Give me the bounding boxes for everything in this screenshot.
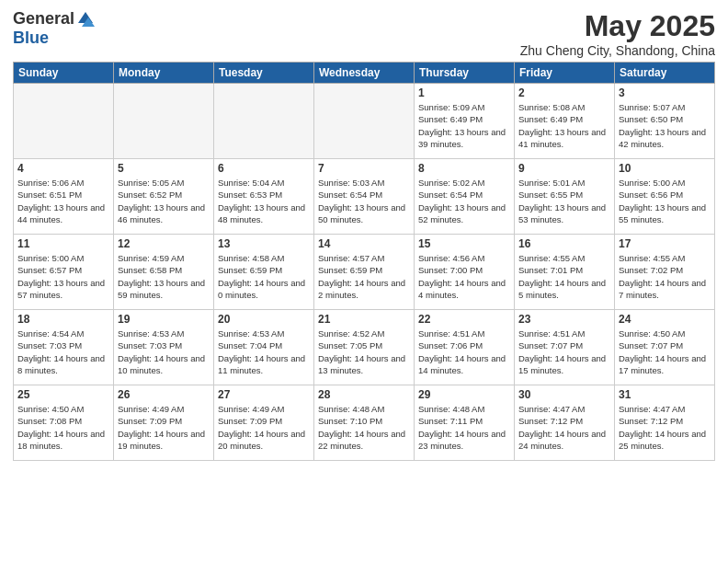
calendar-cell: 5Sunrise: 5:05 AMSunset: 6:52 PMDaylight… [114, 159, 214, 235]
calendar-cell: 9Sunrise: 5:01 AMSunset: 6:55 PMDaylight… [515, 159, 615, 235]
day-info: Sunrise: 5:02 AMSunset: 6:54 PMDaylight:… [418, 177, 510, 225]
day-number: 12 [118, 237, 210, 250]
calendar-cell: 10Sunrise: 5:00 AMSunset: 6:56 PMDayligh… [615, 159, 715, 235]
logo-general-text: General [13, 9, 74, 29]
day-info: Sunrise: 4:51 AMSunset: 7:06 PMDaylight:… [418, 327, 510, 376]
day-info: Sunrise: 5:04 AMSunset: 6:53 PMDaylight:… [218, 177, 310, 225]
calendar-cell: 12Sunrise: 4:59 AMSunset: 6:58 PMDayligh… [114, 235, 214, 310]
calendar-week-row: 4Sunrise: 5:06 AMSunset: 6:51 PMDaylight… [14, 159, 715, 235]
calendar-cell: 30Sunrise: 4:47 AMSunset: 7:12 PMDayligh… [515, 385, 615, 461]
page-header: General Blue May 2025 Zhu Cheng City, Sh… [13, 9, 715, 58]
day-number: 6 [218, 162, 310, 175]
day-info: Sunrise: 4:49 AMSunset: 7:09 PMDaylight:… [218, 403, 310, 452]
calendar-cell: 18Sunrise: 4:54 AMSunset: 7:03 PMDayligh… [14, 310, 114, 385]
calendar-week-row: 11Sunrise: 5:00 AMSunset: 6:57 PMDayligh… [14, 235, 715, 310]
day-number: 1 [418, 86, 510, 99]
day-info: Sunrise: 4:47 AMSunset: 7:12 PMDaylight:… [518, 403, 610, 452]
logo-icon [76, 10, 95, 29]
calendar-cell: 11Sunrise: 5:00 AMSunset: 6:57 PMDayligh… [14, 235, 114, 310]
day-number: 25 [17, 388, 109, 401]
calendar-cell: 21Sunrise: 4:52 AMSunset: 7:05 PMDayligh… [314, 310, 415, 385]
calendar-cell: 29Sunrise: 4:48 AMSunset: 7:11 PMDayligh… [415, 385, 515, 461]
header-monday: Monday [114, 63, 214, 84]
calendar-cell: 1Sunrise: 5:09 AMSunset: 6:49 PMDaylight… [415, 84, 515, 159]
calendar-cell: 19Sunrise: 4:53 AMSunset: 7:03 PMDayligh… [114, 310, 214, 385]
calendar-cell: 22Sunrise: 4:51 AMSunset: 7:06 PMDayligh… [415, 310, 515, 385]
day-number: 9 [518, 162, 610, 175]
calendar-cell: 4Sunrise: 5:06 AMSunset: 6:51 PMDaylight… [14, 159, 114, 235]
day-info: Sunrise: 5:08 AMSunset: 6:49 PMDaylight:… [518, 101, 610, 150]
day-number: 29 [418, 388, 510, 401]
day-info: Sunrise: 4:53 AMSunset: 7:03 PMDaylight:… [118, 327, 210, 376]
calendar-week-row: 18Sunrise: 4:54 AMSunset: 7:03 PMDayligh… [14, 310, 715, 385]
calendar-week-row: 1Sunrise: 5:09 AMSunset: 6:49 PMDaylight… [14, 84, 715, 159]
calendar-cell: 31Sunrise: 4:47 AMSunset: 7:12 PMDayligh… [615, 385, 715, 461]
day-number: 10 [619, 162, 711, 175]
month-title: May 2025 [520, 9, 715, 43]
day-info: Sunrise: 5:09 AMSunset: 6:49 PMDaylight:… [418, 101, 510, 150]
calendar-cell [14, 84, 114, 159]
calendar-week-row: 25Sunrise: 4:50 AMSunset: 7:08 PMDayligh… [14, 385, 715, 461]
calendar-cell: 23Sunrise: 4:51 AMSunset: 7:07 PMDayligh… [515, 310, 615, 385]
page-container: General Blue May 2025 Zhu Cheng City, Sh… [0, 0, 728, 563]
day-info: Sunrise: 4:48 AMSunset: 7:11 PMDaylight:… [418, 403, 510, 452]
day-info: Sunrise: 4:55 AMSunset: 7:01 PMDaylight:… [518, 252, 610, 301]
day-info: Sunrise: 4:56 AMSunset: 7:00 PMDaylight:… [418, 252, 510, 301]
day-number: 14 [318, 237, 410, 250]
logo: General Blue [13, 9, 95, 48]
header-tuesday: Tuesday [214, 63, 314, 84]
day-info: Sunrise: 4:55 AMSunset: 7:02 PMDaylight:… [619, 252, 711, 301]
day-info: Sunrise: 4:50 AMSunset: 7:08 PMDaylight:… [17, 403, 109, 452]
day-info: Sunrise: 5:00 AMSunset: 6:57 PMDaylight:… [17, 252, 109, 301]
calendar-cell [114, 84, 214, 159]
title-area: May 2025 Zhu Cheng City, Shandong, China [520, 9, 715, 58]
header-wednesday: Wednesday [314, 63, 415, 84]
day-number: 22 [418, 313, 510, 326]
day-info: Sunrise: 5:01 AMSunset: 6:55 PMDaylight:… [518, 177, 610, 225]
day-number: 15 [418, 237, 510, 250]
header-saturday: Saturday [615, 63, 715, 84]
day-number: 4 [17, 162, 109, 175]
day-number: 21 [318, 313, 410, 326]
day-info: Sunrise: 4:50 AMSunset: 7:07 PMDaylight:… [619, 327, 711, 376]
day-number: 24 [619, 313, 711, 326]
day-info: Sunrise: 4:59 AMSunset: 6:58 PMDaylight:… [118, 252, 210, 301]
day-info: Sunrise: 4:57 AMSunset: 6:59 PMDaylight:… [318, 252, 410, 301]
day-number: 27 [218, 388, 310, 401]
calendar-cell: 24Sunrise: 4:50 AMSunset: 7:07 PMDayligh… [615, 310, 715, 385]
calendar-cell: 27Sunrise: 4:49 AMSunset: 7:09 PMDayligh… [214, 385, 314, 461]
day-number: 19 [118, 313, 210, 326]
calendar-table: Sunday Monday Tuesday Wednesday Thursday… [13, 62, 715, 461]
location-subtitle: Zhu Cheng City, Shandong, China [520, 43, 715, 58]
day-info: Sunrise: 4:47 AMSunset: 7:12 PMDaylight:… [619, 403, 711, 452]
day-info: Sunrise: 5:06 AMSunset: 6:51 PMDaylight:… [17, 177, 109, 225]
day-info: Sunrise: 4:52 AMSunset: 7:05 PMDaylight:… [318, 327, 410, 376]
calendar-cell: 14Sunrise: 4:57 AMSunset: 6:59 PMDayligh… [314, 235, 415, 310]
calendar-cell: 20Sunrise: 4:53 AMSunset: 7:04 PMDayligh… [214, 310, 314, 385]
header-thursday: Thursday [415, 63, 515, 84]
calendar-cell: 16Sunrise: 4:55 AMSunset: 7:01 PMDayligh… [515, 235, 615, 310]
day-number: 17 [619, 237, 711, 250]
calendar-cell: 6Sunrise: 5:04 AMSunset: 6:53 PMDaylight… [214, 159, 314, 235]
calendar-cell: 28Sunrise: 4:48 AMSunset: 7:10 PMDayligh… [314, 385, 415, 461]
calendar-cell: 8Sunrise: 5:02 AMSunset: 6:54 PMDaylight… [415, 159, 515, 235]
day-number: 18 [17, 313, 109, 326]
day-info: Sunrise: 4:49 AMSunset: 7:09 PMDaylight:… [118, 403, 210, 452]
logo-blue-text: Blue [13, 29, 49, 48]
day-info: Sunrise: 4:53 AMSunset: 7:04 PMDaylight:… [218, 327, 310, 376]
day-number: 16 [518, 237, 610, 250]
day-number: 11 [17, 237, 109, 250]
day-number: 3 [619, 86, 711, 99]
day-info: Sunrise: 4:58 AMSunset: 6:59 PMDaylight:… [218, 252, 310, 301]
day-number: 26 [118, 388, 210, 401]
calendar-cell: 17Sunrise: 4:55 AMSunset: 7:02 PMDayligh… [615, 235, 715, 310]
day-number: 31 [619, 388, 711, 401]
calendar-cell: 15Sunrise: 4:56 AMSunset: 7:00 PMDayligh… [415, 235, 515, 310]
calendar-cell: 7Sunrise: 5:03 AMSunset: 6:54 PMDaylight… [314, 159, 415, 235]
day-number: 8 [418, 162, 510, 175]
calendar-cell [214, 84, 314, 159]
header-sunday: Sunday [14, 63, 114, 84]
day-number: 28 [318, 388, 410, 401]
calendar-cell: 26Sunrise: 4:49 AMSunset: 7:09 PMDayligh… [114, 385, 214, 461]
day-info: Sunrise: 4:54 AMSunset: 7:03 PMDaylight:… [17, 327, 109, 376]
